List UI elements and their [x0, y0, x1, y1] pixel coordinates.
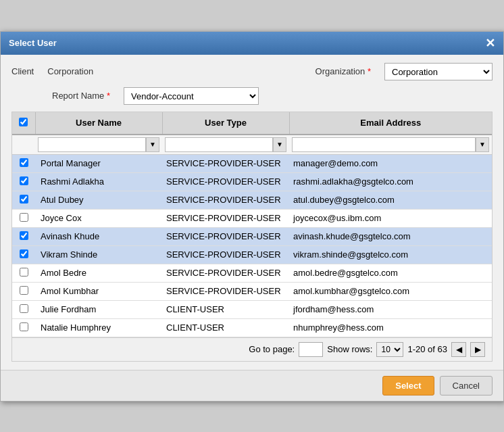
row-checkbox-cell — [12, 264, 35, 282]
table-row: Vikram ShindeSERVICE-PROVIDER-USERvikram… — [12, 245, 492, 264]
dialog-title: Select User — [9, 38, 57, 48]
row-checkbox[interactable] — [20, 213, 28, 222]
table-body: Portal ManagerSERVICE-PROVIDER-USERmanag… — [12, 154, 492, 337]
row-email: vikram.shinde@gsgtelco.com — [289, 245, 492, 264]
row-checkbox[interactable] — [20, 249, 28, 258]
dialog-footer: Select Cancel — [1, 370, 503, 401]
pagination-row: Go to page: 1 Show rows: 10 5 20 50 1-20… — [12, 337, 492, 361]
row-checkbox[interactable] — [20, 286, 28, 295]
filter-usertype-cell: ▼ — [162, 135, 289, 155]
row-checkbox-cell — [12, 191, 35, 209]
form-row-2: Report Name * Vendor-Account — [11, 87, 493, 105]
filter-usertype-wrap: ▼ — [165, 137, 286, 152]
row-email: atul.dubey@gsgtelco.com — [289, 191, 492, 209]
report-select[interactable]: Vendor-Account — [124, 87, 259, 105]
table-row: Julie FordhamCLIENT-USERjfordham@hess.co… — [12, 300, 492, 318]
cancel-button[interactable]: Cancel — [440, 376, 493, 395]
row-checkbox-cell — [12, 154, 35, 172]
client-value: Corporation — [47, 66, 93, 76]
row-usertype: SERVICE-PROVIDER-USER — [162, 191, 289, 209]
select-button[interactable]: Select — [382, 376, 434, 395]
table-row: Joyce CoxSERVICE-PROVIDER-USERjoycecox@u… — [12, 209, 492, 227]
table-row: Rashmi AdlakhaSERVICE-PROVIDER-USERrashm… — [12, 172, 492, 191]
next-page-btn[interactable]: ▶ — [470, 342, 485, 357]
filter-username-input[interactable] — [38, 137, 146, 152]
row-username: Portal Manager — [35, 154, 162, 172]
filter-email-input[interactable] — [292, 137, 476, 152]
filter-email-wrap: ▼ — [292, 137, 489, 152]
filter-usertype-input[interactable] — [165, 137, 273, 152]
row-usertype: SERVICE-PROVIDER-USER — [162, 245, 289, 264]
row-checkbox[interactable] — [20, 195, 28, 203]
header-checkbox-cell — [12, 112, 35, 135]
select-user-dialog: Select User ✕ Client Corporation Organiz… — [0, 31, 504, 402]
row-checkbox-cell — [12, 172, 35, 191]
row-username: Natalie Humphrey — [35, 318, 162, 337]
row-username: Vikram Shinde — [35, 245, 162, 264]
row-checkbox-cell — [12, 227, 35, 245]
filter-username-wrap: ▼ — [38, 137, 159, 152]
filter-usertype-btn[interactable]: ▼ — [273, 137, 286, 152]
row-checkbox-cell — [12, 209, 35, 227]
dialog-body: Client Corporation Organization * Corpor… — [1, 55, 503, 370]
row-usertype: CLIENT-USER — [162, 318, 289, 337]
header-email: Email Address — [289, 112, 492, 135]
row-email: nhumphrey@hess.com — [289, 318, 492, 337]
close-button[interactable]: ✕ — [485, 37, 495, 49]
row-checkbox[interactable] — [20, 268, 28, 277]
row-usertype: SERVICE-PROVIDER-USER — [162, 227, 289, 245]
row-usertype: SERVICE-PROVIDER-USER — [162, 209, 289, 227]
row-email: amol.bedre@gsgtelco.com — [289, 264, 492, 282]
row-email: manager@demo.com — [289, 154, 492, 172]
goto-label: Go to page: — [249, 344, 295, 354]
user-table: User Name User Type Email Address ▼ — [12, 112, 492, 337]
page-input[interactable]: 1 — [299, 342, 323, 357]
row-email: jfordham@hess.com — [289, 300, 492, 318]
rows-select[interactable]: 10 5 20 50 — [376, 342, 403, 357]
row-username: Atul Dubey — [35, 191, 162, 209]
row-checkbox-cell — [12, 318, 35, 337]
report-name-label: Report Name * — [52, 91, 110, 101]
org-select[interactable]: Corporation — [384, 63, 493, 80]
row-usertype: SERVICE-PROVIDER-USER — [162, 264, 289, 282]
row-username: Rashmi Adlakha — [35, 172, 162, 191]
row-checkbox-cell — [12, 245, 35, 264]
table-row: Avinash KhudeSERVICE-PROVIDER-USERavinas… — [12, 227, 492, 245]
row-usertype: SERVICE-PROVIDER-USER — [162, 282, 289, 300]
client-label: Client — [11, 66, 34, 76]
row-username: Amol Kumbhar — [35, 282, 162, 300]
filter-username-btn[interactable]: ▼ — [146, 137, 159, 152]
row-checkbox[interactable] — [20, 158, 28, 167]
row-checkbox[interactable] — [20, 304, 28, 313]
row-checkbox[interactable] — [20, 176, 28, 185]
row-email: avinash.khude@gsgtelco.com — [289, 227, 492, 245]
table-row: Amol BedreSERVICE-PROVIDER-USERamol.bedr… — [12, 264, 492, 282]
row-email: amol.kumbhar@gsgtelco.com — [289, 282, 492, 300]
show-rows-label: Show rows: — [327, 344, 372, 354]
select-all-checkbox[interactable] — [19, 118, 28, 126]
form-row-1: Client Corporation Organization * Corpor… — [11, 63, 493, 80]
row-usertype: SERVICE-PROVIDER-USER — [162, 154, 289, 172]
filter-row: ▼ ▼ ▼ — [12, 135, 492, 155]
row-username: Avinash Khude — [35, 227, 162, 245]
dialog-titlebar: Select User ✕ — [1, 32, 503, 55]
table-header-row: User Name User Type Email Address — [12, 112, 492, 135]
row-checkbox[interactable] — [20, 322, 28, 331]
row-username: Joyce Cox — [35, 209, 162, 227]
row-checkbox[interactable] — [20, 231, 28, 240]
table-row: Amol KumbharSERVICE-PROVIDER-USERamol.ku… — [12, 282, 492, 300]
row-email: rashmi.adlakha@gsgtelco.com — [289, 172, 492, 191]
header-usertype: User Type — [162, 112, 289, 135]
table-row: Natalie HumphreyCLIENT-USERnhumphrey@hes… — [12, 318, 492, 337]
filter-checkbox-cell — [12, 135, 35, 155]
row-usertype: CLIENT-USER — [162, 300, 289, 318]
row-checkbox-cell — [12, 282, 35, 300]
prev-page-btn[interactable]: ◀ — [451, 342, 466, 357]
filter-username-cell: ▼ — [35, 135, 162, 155]
row-username: Amol Bedre — [35, 264, 162, 282]
table-row: Portal ManagerSERVICE-PROVIDER-USERmanag… — [12, 154, 492, 172]
header-username: User Name — [35, 112, 162, 135]
filter-email-btn[interactable]: ▼ — [476, 137, 489, 152]
row-email: joycecox@us.ibm.com — [289, 209, 492, 227]
user-table-container: User Name User Type Email Address ▼ — [11, 112, 493, 362]
